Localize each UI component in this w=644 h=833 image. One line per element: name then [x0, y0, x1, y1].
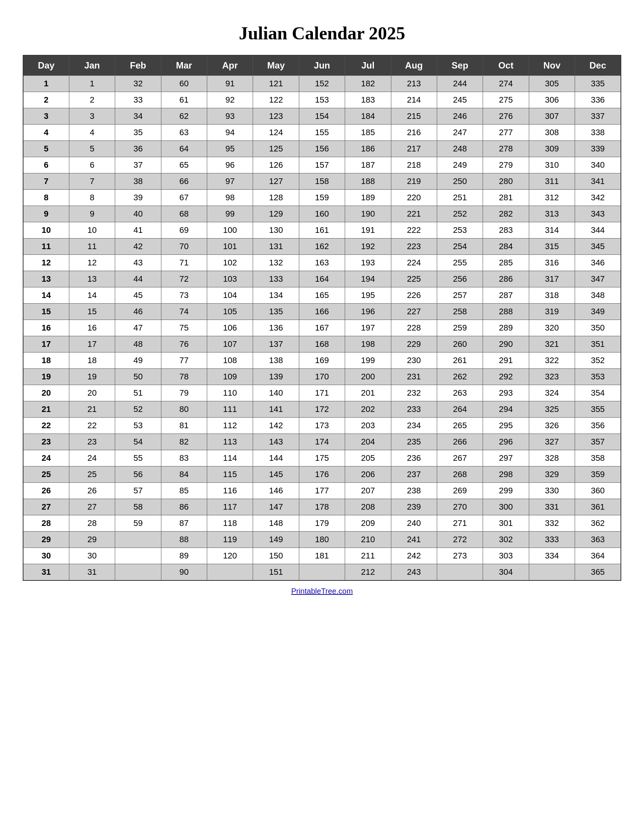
data-cell-nov: 327 — [529, 434, 575, 450]
data-cell-aug: 235 — [391, 434, 437, 450]
data-cell-feb: 45 — [115, 287, 161, 304]
table-row: 22225381112142173203234265295326356 — [23, 418, 621, 434]
data-cell-feb: 54 — [115, 434, 161, 450]
data-cell-jan: 25 — [69, 466, 115, 483]
data-cell-feb: 53 — [115, 418, 161, 434]
data-cell-dec: 355 — [575, 401, 621, 418]
data-cell-feb: 44 — [115, 271, 161, 287]
data-cell-nov: 308 — [529, 125, 575, 141]
data-cell-sep: 269 — [437, 483, 483, 499]
footer-link[interactable]: PrintableTree.com — [291, 587, 353, 596]
data-cell-jun: 168 — [299, 336, 345, 352]
data-cell-mar: 66 — [161, 174, 207, 190]
data-cell-jun: 178 — [299, 499, 345, 515]
data-cell-jun: 180 — [299, 532, 345, 548]
data-cell-oct: 292 — [483, 369, 529, 385]
data-cell-jan: 24 — [69, 450, 115, 466]
data-cell-nov: 307 — [529, 108, 575, 125]
data-cell-oct: 274 — [483, 76, 529, 92]
day-cell: 8 — [23, 190, 69, 206]
table-row: 26265785116146177207238269299330360 — [23, 483, 621, 499]
data-cell-aug: 217 — [391, 141, 437, 157]
data-cell-jan: 11 — [69, 238, 115, 255]
data-cell-mar: 60 — [161, 76, 207, 92]
data-cell-nov: 321 — [529, 336, 575, 352]
data-cell-jan: 1 — [69, 76, 115, 92]
data-cell-apr: 109 — [207, 369, 253, 385]
data-cell-may: 128 — [253, 190, 299, 206]
data-cell-sep: 273 — [437, 548, 483, 564]
data-cell-may: 136 — [253, 320, 299, 336]
table-row: 14144573104134165195226257287318348 — [23, 287, 621, 304]
data-cell-sep: 270 — [437, 499, 483, 515]
data-cell-jul: 193 — [345, 255, 391, 271]
data-cell-oct: 293 — [483, 385, 529, 401]
data-cell-may: 131 — [253, 238, 299, 255]
data-cell-jul: 184 — [345, 108, 391, 125]
data-cell-nov: 317 — [529, 271, 575, 287]
data-cell-feb: 39 — [115, 190, 161, 206]
data-cell-aug: 229 — [391, 336, 437, 352]
data-cell-jul: 206 — [345, 466, 391, 483]
data-cell-aug: 241 — [391, 532, 437, 548]
data-cell-apr: 112 — [207, 418, 253, 434]
data-cell-dec: 345 — [575, 238, 621, 255]
data-cell-oct: 279 — [483, 157, 529, 174]
data-cell-feb: 40 — [115, 206, 161, 222]
data-cell-feb: 48 — [115, 336, 161, 352]
day-cell: 3 — [23, 108, 69, 125]
data-cell-oct: 276 — [483, 108, 529, 125]
data-cell-jul: 203 — [345, 418, 391, 434]
data-cell-mar: 81 — [161, 418, 207, 434]
data-cell-dec: 354 — [575, 385, 621, 401]
data-cell-may: 139 — [253, 369, 299, 385]
data-cell-dec: 352 — [575, 352, 621, 369]
data-cell-sep: 251 — [437, 190, 483, 206]
data-cell-may: 142 — [253, 418, 299, 434]
data-cell-aug: 218 — [391, 157, 437, 174]
col-header-dec: Dec — [575, 55, 621, 76]
data-cell-jun: 175 — [299, 450, 345, 466]
data-cell-aug: 216 — [391, 125, 437, 141]
data-cell-feb: 43 — [115, 255, 161, 271]
data-cell-jun: 166 — [299, 304, 345, 320]
data-cell-sep: 265 — [437, 418, 483, 434]
data-cell-jun: 153 — [299, 92, 345, 108]
data-cell-jul: 183 — [345, 92, 391, 108]
day-cell: 16 — [23, 320, 69, 336]
data-cell-apr: 119 — [207, 532, 253, 548]
data-cell-mar: 73 — [161, 287, 207, 304]
data-cell-mar: 71 — [161, 255, 207, 271]
day-cell: 17 — [23, 336, 69, 352]
data-cell-oct: 302 — [483, 532, 529, 548]
data-cell-oct: 304 — [483, 564, 529, 581]
data-cell-jan: 17 — [69, 336, 115, 352]
data-cell-jul: 202 — [345, 401, 391, 418]
data-cell-jul: 182 — [345, 76, 391, 92]
data-cell-may: 126 — [253, 157, 299, 174]
data-cell-may: 129 — [253, 206, 299, 222]
data-cell-jul: 208 — [345, 499, 391, 515]
data-cell-nov: 314 — [529, 222, 575, 238]
data-cell-mar: 89 — [161, 548, 207, 564]
data-cell-nov: 318 — [529, 287, 575, 304]
data-cell-jan: 10 — [69, 222, 115, 238]
data-cell-may: 148 — [253, 515, 299, 532]
table-row: 28285987118148179209240271301332362 — [23, 515, 621, 532]
data-cell-feb: 55 — [115, 450, 161, 466]
data-cell-dec: 358 — [575, 450, 621, 466]
data-cell-oct: 278 — [483, 141, 529, 157]
data-cell-apr: 113 — [207, 434, 253, 450]
data-cell-jul: 192 — [345, 238, 391, 255]
data-cell-sep: 255 — [437, 255, 483, 271]
data-cell-sep: 261 — [437, 352, 483, 369]
data-cell-sep: 252 — [437, 206, 483, 222]
data-cell-mar: 80 — [161, 401, 207, 418]
data-cell-aug: 240 — [391, 515, 437, 532]
data-cell-jan: 28 — [69, 515, 115, 532]
table-row: 23235482113143174204235266296327357 — [23, 434, 621, 450]
data-cell-apr: 106 — [207, 320, 253, 336]
data-cell-may: 137 — [253, 336, 299, 352]
day-cell: 19 — [23, 369, 69, 385]
data-cell-may: 132 — [253, 255, 299, 271]
